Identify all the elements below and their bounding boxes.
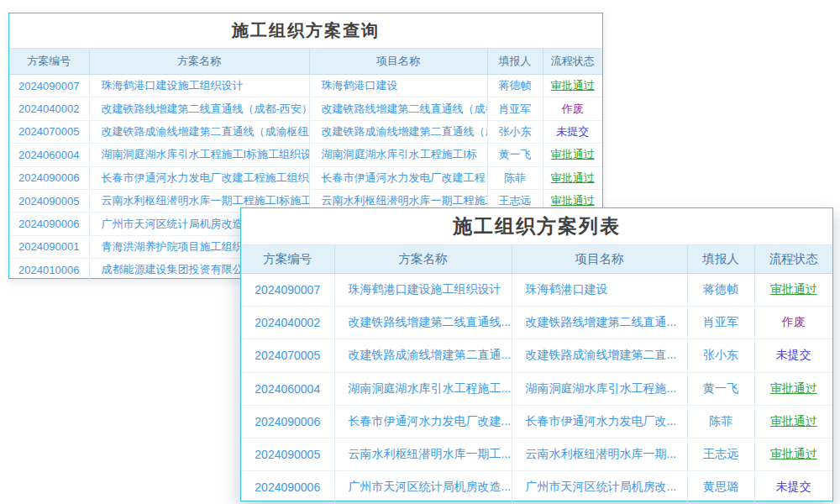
cell-status: 审批通过 [754,405,832,438]
panel-title: 施工组织方案查询 [9,13,602,48]
cell-project-name: 广州市天河区统计局机房改... [512,471,687,504]
cell-status: 作废 [543,97,602,120]
cell-plan-id: 2024040002 [9,97,89,120]
cell-plan-name: 改建铁路线增建第二线直通线... [334,307,512,339]
cell-reporter: 张小东 [487,120,543,143]
cell-project-name: 改建铁路线增建第二线直通线（成都 [309,97,487,120]
table-row[interactable]: 2024090006长春市伊通河水力发电厂改建工程施工组织设计长春市伊通河水力发… [9,166,602,189]
status-label: 作废 [562,102,584,115]
cell-status: 审批通过 [754,372,832,405]
status-label: 作废 [782,315,806,328]
cell-reporter: 陈菲 [487,166,543,189]
status-label: 未提交 [556,125,589,138]
cell-plan-name: 长春市伊通河水力发电厂改建工程施工组织设计 [89,166,309,189]
status-label: 未提交 [776,480,811,493]
header-row: 方案编号方案名称项目名称填报人流程状态 [9,49,602,75]
cell-plan-id: 2024090005 [9,189,89,212]
cell-status: 审批通过 [543,144,602,166]
cell-status: 未提交 [543,120,602,143]
cell-project-name: 长春市伊通河水力发电厂改建工程 [309,166,487,189]
status-label[interactable]: 审批通过 [770,414,817,428]
cell-reporter: 黄思璐 [687,471,754,504]
cell-plan-id: 2024090001 [9,235,89,258]
status-label[interactable]: 审批通过 [770,282,817,296]
page: 施工组织方案查询 方案编号方案名称项目名称填报人流程状态 2024090007珠… [0,0,840,504]
cell-plan-name: 湖南洞庭湖水库引水工程施工I标施工组织设计 [89,144,309,166]
cell-project-name: 湖南洞庭湖水库引水工程施... [512,372,687,405]
cell-reporter: 蒋德帧 [487,75,543,97]
cell-plan-id: 2024010006 [9,259,89,281]
list-panel: 施工组织方案列表 方案编号方案名称项目名称填报人流程状态 2024090007珠… [240,207,833,501]
cell-status: 审批通过 [754,438,832,470]
cell-plan-id: 2024070005 [9,120,89,143]
table-row[interactable]: 2024070005改建铁路成渝线增建第二直通线（成渝枢纽）改建铁路成渝线增建第… [9,120,602,143]
cell-plan-id: 2024090006 [9,166,89,189]
status-label[interactable]: 审批通过 [770,447,817,460]
table-row[interactable]: 2024070005改建铁路成渝线增建第二直通...改建铁路成渝线增建第二直..… [241,339,832,372]
column-header-project-name: 项目名称 [309,49,487,75]
cell-plan-name: 长春市伊通河水力发电厂改建... [334,405,512,438]
cell-plan-name: 珠海鹤港口建设施工组织设计 [89,75,309,97]
column-header-status: 流程状态 [754,245,832,274]
table-row[interactable]: 2024090006长春市伊通河水力发电厂改建...长春市伊通河水力发电厂改..… [241,405,832,438]
table-row[interactable]: 2024060004湖南洞庭湖水库引水工程施工I标施工组织设计湖南洞庭湖水库引水… [9,144,602,166]
table-row[interactable]: 2024040002改建铁路线增建第二线直通线（成都-西安）改建铁路线增建第二线… [9,97,602,120]
cell-project-name: 珠海鹤港口建设 [512,274,687,307]
cell-plan-id: 2024090006 [241,405,334,438]
cell-plan-id: 2024060004 [9,144,89,166]
column-header-status: 流程状态 [543,49,602,75]
cell-plan-id: 2024090006 [9,213,89,235]
status-label[interactable]: 审批通过 [551,171,595,184]
table-row[interactable]: 2024090005云南水利枢纽潜明水库一期工...云南水利枢纽潜明水库一期..… [241,438,832,470]
cell-status: 审批通过 [543,75,602,97]
column-header-reporter: 填报人 [687,245,754,274]
cell-plan-id: 2024090006 [241,471,334,504]
cell-status: 审批通过 [754,274,832,307]
column-header-reporter: 填报人 [487,49,543,75]
plan-list-table: 方案编号方案名称项目名称填报人流程状态 2024090007珠海鹤港口建设施工组… [241,244,832,503]
cell-status: 作废 [754,307,832,339]
column-header-plan-id: 方案编号 [241,245,334,274]
table-row[interactable]: 2024060004湖南洞庭湖水库引水工程施工...湖南洞庭湖水库引水工程施..… [241,372,832,405]
table-row[interactable]: 2024090007珠海鹤港口建设施工组织设计珠海鹤港口建设蒋德帧审批通过 [241,274,832,307]
cell-plan-name: 湖南洞庭湖水库引水工程施工... [334,372,512,405]
cell-plan-id: 2024060004 [241,372,334,405]
cell-project-name: 珠海鹤港口建设 [309,75,487,97]
column-header-plan-name: 方案名称 [334,245,512,274]
cell-plan-id: 2024090005 [241,438,334,470]
cell-plan-name: 云南水利枢纽潜明水库一期工... [334,438,512,470]
cell-reporter: 蒋德帧 [687,274,754,307]
status-label[interactable]: 审批通过 [551,79,595,92]
cell-plan-name: 广州市天河区统计局机房改造... [334,471,512,504]
column-header-plan-id: 方案编号 [9,49,89,75]
cell-reporter: 肖亚军 [487,97,543,120]
cell-reporter: 张小东 [687,339,754,372]
cell-reporter: 肖亚军 [687,307,754,339]
cell-project-name: 云南水利枢纽潜明水库一期... [512,438,687,470]
status-label[interactable]: 审批通过 [770,381,817,395]
cell-project-name: 改建铁路线增建第二线直通... [512,307,687,339]
cell-status: 未提交 [754,339,832,372]
cell-plan-name: 改建铁路线增建第二线直通线（成都-西安） [89,97,309,120]
table-row[interactable]: 2024040002改建铁路线增建第二线直通线...改建铁路线增建第二线直通..… [241,307,832,339]
cell-status: 未提交 [754,471,832,504]
table-row[interactable]: 2024090006广州市天河区统计局机房改造...广州市天河区统计局机房改..… [241,471,832,504]
status-label: 未提交 [776,348,811,361]
column-header-plan-name: 方案名称 [89,49,309,75]
cell-reporter: 王志远 [687,438,754,470]
cell-project-name: 湖南洞庭湖水库引水工程施工I标 [309,144,487,166]
cell-project-name: 改建铁路成渝线增建第二直通线（成 [309,120,487,143]
cell-reporter: 黄一飞 [687,372,754,405]
column-header-project-name: 项目名称 [512,245,687,274]
header-row: 方案编号方案名称项目名称填报人流程状态 [241,245,832,274]
cell-project-name: 改建铁路成渝线增建第二直... [512,339,687,372]
status-label[interactable]: 审批通过 [551,148,595,160]
cell-project-name: 长春市伊通河水力发电厂改... [512,405,687,438]
cell-plan-name: 珠海鹤港口建设施工组织设计 [334,274,512,307]
cell-reporter: 陈菲 [687,405,754,438]
cell-plan-id: 2024040002 [241,307,334,339]
status-label[interactable]: 审批通过 [551,194,595,207]
cell-status: 审批通过 [543,166,602,189]
table-row[interactable]: 2024090007珠海鹤港口建设施工组织设计珠海鹤港口建设蒋德帧审批通过 [9,75,602,97]
cell-reporter: 黄一飞 [487,144,543,166]
